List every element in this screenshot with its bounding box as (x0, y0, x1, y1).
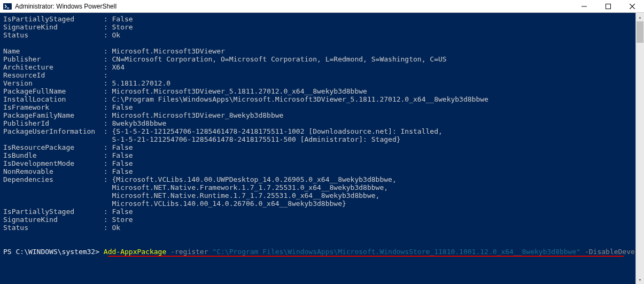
output-line: Microsoft.NET.Native.Runtime.1.7_1.7.255… (3, 191, 632, 199)
scroll-down-arrow[interactable]: ▾ (636, 275, 644, 284)
output-line: Name : Microsoft.Microsoft3DViewer (3, 47, 632, 55)
prompt-path: "C:\Program Files\WindowsApps\Microsoft.… (212, 248, 580, 256)
output-line: IsPartiallyStaged : False (3, 208, 632, 216)
svg-rect-0 (3, 3, 12, 10)
output-line: PackageFamilyName : Microsoft.Microsoft3… (3, 111, 632, 119)
svg-rect-3 (606, 4, 610, 9)
console-output[interactable]: IsPartiallyStaged : FalseSignatureKind :… (0, 13, 635, 284)
output-line: Status : Ok (3, 224, 632, 232)
output-line: PackageFullName : Microsoft.Microsoft3DV… (3, 87, 632, 95)
output-line: InstallLocation : C:\Program Files\Windo… (3, 95, 632, 103)
output-line: S-1-5-21-121254706-1285461478-2418175511… (3, 135, 632, 143)
output-line: IsDevelopmentMode : False (3, 159, 632, 167)
prompt-prefix: PS C:\WINDOWS\system32> (3, 248, 104, 256)
window-controls (572, 0, 644, 12)
console-area: IsPartiallyStaged : FalseSignatureKind :… (0, 13, 644, 284)
powershell-icon (3, 2, 12, 11)
output-line: NonRemovable : False (3, 167, 632, 175)
output-line: Version : 5.1811.27012.0 (3, 79, 632, 87)
window-titlebar: Administrator: Windows PowerShell (0, 0, 644, 13)
scrollbar-thumb[interactable] (637, 21, 643, 43)
output-line: Publisher : CN=Microsoft Corporation, O=… (3, 55, 632, 63)
prompt-flag: -DisableDevelopmentMode (580, 248, 635, 256)
output-line: IsResourcePackage : False (3, 143, 632, 151)
maximize-button[interactable] (596, 0, 620, 12)
prompt-line[interactable]: PS C:\WINDOWS\system32> Add-AppxPackage … (3, 248, 632, 256)
vertical-scrollbar[interactable]: ▴ ▾ (635, 13, 644, 284)
output-line: IsFramework : False (3, 103, 632, 111)
output-line: ResourceId : (3, 71, 632, 79)
scroll-up-arrow[interactable]: ▴ (636, 13, 644, 21)
window-title: Administrator: Windows PowerShell (15, 3, 572, 10)
close-button[interactable] (620, 0, 644, 12)
prompt-flag: -register (166, 248, 212, 256)
output-line: Architecture : X64 (3, 63, 632, 71)
output-line: IsPartiallyStaged : False (3, 15, 632, 23)
output-line: Microsoft.NET.Native.Framework.1.7_1.7.2… (3, 183, 632, 191)
output-line: Status : Ok (3, 31, 632, 39)
output-line: SignatureKind : Store (3, 216, 632, 224)
output-line: PackageUserInformation : {S-1-5-21-12125… (3, 127, 632, 135)
output-line: Dependencies : {Microsoft.VCLibs.140.00.… (3, 175, 632, 183)
output-line (3, 39, 632, 47)
minimize-button[interactable] (572, 0, 596, 12)
output-line: SignatureKind : Store (3, 23, 632, 31)
command-underline (108, 256, 624, 257)
output-line: PublisherId : 8wekyb3d8bbwe (3, 119, 632, 127)
output-line: IsBundle : False (3, 151, 632, 159)
prompt-cmdlet: Add-AppxPackage (104, 248, 166, 256)
output-line: Microsoft.VCLibs.140.00_14.0.26706.0_x64… (3, 199, 632, 208)
scrollbar-track[interactable] (636, 21, 644, 275)
